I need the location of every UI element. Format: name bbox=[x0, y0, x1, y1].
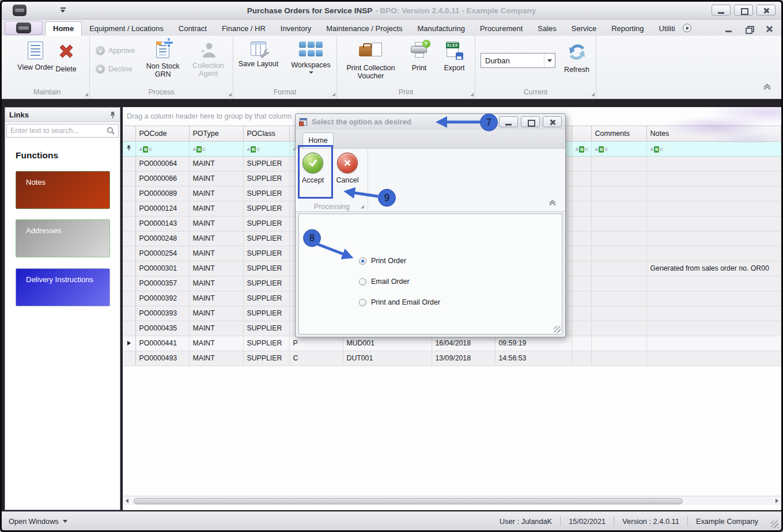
cell[interactable]: PO0000493 bbox=[135, 351, 189, 366]
filter-pin-icon[interactable] bbox=[126, 145, 131, 151]
function-button-delivery-instructions[interactable]: Delivery Instructions bbox=[16, 268, 110, 306]
cell[interactable]: SUPPLIER bbox=[243, 261, 289, 276]
cell[interactable]: 13/09/2018 bbox=[432, 351, 495, 366]
column-header-poclass[interactable]: POClass bbox=[243, 126, 289, 141]
text-filter-icon[interactable]: ABC bbox=[595, 146, 608, 153]
cell[interactable]: PO0000089 bbox=[135, 186, 189, 201]
cell[interactable] bbox=[646, 231, 781, 246]
cell[interactable] bbox=[572, 336, 591, 351]
cell[interactable] bbox=[646, 246, 781, 261]
cell[interactable]: MAINT bbox=[189, 261, 243, 276]
combobox-dropdown-icon[interactable] bbox=[544, 54, 555, 67]
ribbon-collapse-icon[interactable] bbox=[762, 82, 772, 93]
cell[interactable] bbox=[591, 321, 646, 336]
cell[interactable] bbox=[572, 201, 591, 216]
filter-cell[interactable]: ABC bbox=[591, 141, 646, 156]
scroll-right-icon[interactable] bbox=[772, 496, 781, 506]
print-collection-voucher-button[interactable]: Print Collection Voucher bbox=[341, 38, 402, 80]
cell[interactable] bbox=[646, 201, 781, 216]
dialog-maximize-button[interactable] bbox=[521, 116, 540, 127]
maximize-button[interactable] bbox=[734, 5, 753, 16]
export-button[interactable]: XLSX Export bbox=[437, 38, 472, 72]
search-icon[interactable] bbox=[107, 127, 115, 135]
print-button[interactable]: ? Print bbox=[404, 38, 435, 72]
text-filter-icon[interactable]: ABC bbox=[576, 146, 589, 153]
cell[interactable]: C bbox=[289, 351, 343, 366]
function-button-addresses[interactable]: Addresses bbox=[16, 219, 110, 257]
tab-utiliti[interactable]: Utiliti bbox=[652, 22, 683, 36]
cell[interactable]: 14:56:53 bbox=[495, 351, 572, 366]
close-button[interactable] bbox=[756, 5, 776, 16]
scroll-left-icon[interactable] bbox=[123, 496, 132, 506]
tab-sales[interactable]: Sales bbox=[530, 22, 564, 36]
cell[interactable]: PO0000248 bbox=[135, 231, 189, 246]
tab-manufacturing[interactable]: Manufacturing bbox=[410, 22, 472, 36]
non-stock-grn-button[interactable]: Non Stock GRN bbox=[142, 38, 184, 78]
delete-button[interactable]: Delete bbox=[56, 38, 77, 73]
cell[interactable] bbox=[591, 291, 646, 306]
text-filter-icon[interactable]: ABC bbox=[193, 146, 206, 153]
text-filter-icon[interactable]: ABC bbox=[650, 146, 664, 153]
cell[interactable]: PO0000435 bbox=[135, 321, 189, 336]
dialog-close-button[interactable] bbox=[543, 116, 562, 127]
cell[interactable]: 09:59:19 bbox=[495, 336, 572, 351]
cell[interactable]: PO0000143 bbox=[135, 216, 189, 231]
decline-button[interactable]: Decline bbox=[96, 64, 133, 74]
cell[interactable]: MAINT bbox=[189, 321, 243, 336]
cell[interactable] bbox=[591, 156, 646, 171]
cell[interactable] bbox=[572, 306, 591, 321]
cell[interactable] bbox=[646, 306, 781, 321]
cell[interactable]: PO0000441 bbox=[135, 336, 189, 351]
cell[interactable]: MAINT bbox=[189, 351, 243, 366]
cell[interactable] bbox=[591, 276, 646, 291]
tab-equipment-locations[interactable]: Equipment / Locations bbox=[82, 22, 171, 36]
filter-cell[interactable]: ABC bbox=[135, 141, 189, 156]
cell[interactable] bbox=[591, 171, 646, 186]
cell[interactable]: PO0000064 bbox=[135, 156, 189, 171]
cell[interactable] bbox=[572, 186, 591, 201]
view-order-button[interactable]: View Order bbox=[17, 38, 53, 71]
accept-button[interactable]: Accept bbox=[298, 150, 328, 184]
cell[interactable]: MAINT bbox=[189, 186, 243, 201]
cell[interactable] bbox=[572, 261, 591, 276]
column-header-potype[interactable]: POType bbox=[189, 126, 243, 141]
cell[interactable] bbox=[646, 186, 781, 201]
minimize-button[interactable] bbox=[712, 5, 731, 16]
cell[interactable] bbox=[572, 216, 591, 231]
radio-option-print-order[interactable]: Print Order bbox=[359, 257, 406, 265]
cell[interactable] bbox=[646, 336, 781, 351]
cell[interactable]: SUPPLIER bbox=[243, 276, 289, 291]
cell[interactable] bbox=[591, 231, 646, 246]
cell[interactable] bbox=[572, 246, 591, 261]
scrollbar-thumb[interactable] bbox=[134, 498, 683, 504]
cell[interactable]: SUPPLIER bbox=[243, 216, 289, 231]
cell[interactable] bbox=[572, 171, 591, 186]
save-layout-button[interactable]: Save Layout bbox=[234, 38, 283, 68]
cell[interactable] bbox=[572, 276, 591, 291]
cell[interactable] bbox=[646, 216, 781, 231]
search-input[interactable] bbox=[7, 127, 107, 135]
resize-grip-icon[interactable] bbox=[554, 326, 561, 333]
cell[interactable] bbox=[572, 231, 591, 246]
tab-finance-hr[interactable]: Finance / HR bbox=[214, 22, 273, 36]
cell[interactable]: SUPPLIER bbox=[243, 336, 289, 351]
cell[interactable] bbox=[646, 291, 781, 306]
cell[interactable]: SUPPLIER bbox=[243, 306, 289, 321]
cell[interactable]: PO0000066 bbox=[135, 171, 189, 186]
dialog-launcher-icon[interactable] bbox=[470, 93, 474, 96]
table-row[interactable]: PO0000441MAINTSUPPLIERPMUD00116/04/20180… bbox=[123, 336, 781, 351]
cell[interactable] bbox=[591, 351, 646, 366]
cell[interactable] bbox=[572, 321, 591, 336]
resize-grip-icon[interactable] bbox=[771, 520, 778, 528]
dialog-launcher-icon[interactable] bbox=[332, 93, 335, 96]
open-windows-button[interactable]: Open Windows bbox=[9, 517, 67, 526]
mdi-minimize-icon[interactable] bbox=[725, 26, 733, 32]
application-menu-button[interactable] bbox=[5, 21, 43, 35]
cell[interactable] bbox=[646, 171, 781, 186]
column-header-comments[interactable]: Comments bbox=[591, 126, 646, 141]
filter-cell[interactable]: ABC bbox=[243, 141, 289, 156]
cell[interactable]: MAINT bbox=[189, 276, 243, 291]
text-filter-icon[interactable]: ABC bbox=[247, 146, 260, 153]
dialog-launcher-icon[interactable] bbox=[228, 93, 232, 96]
radio-button-icon[interactable] bbox=[359, 299, 366, 306]
